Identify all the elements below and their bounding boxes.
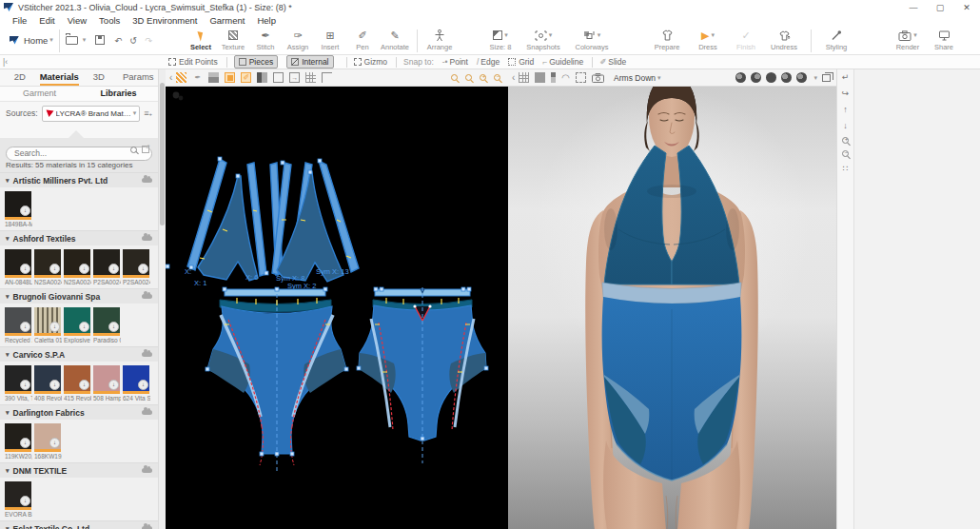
edit-points-toggle[interactable]: Edit Points (168, 57, 218, 67)
annotate-tool[interactable]: ✎ Annotate (379, 29, 411, 51)
insert-tool[interactable]: ⊞ Insert (314, 29, 346, 51)
piece-outline-icon[interactable] (273, 72, 284, 83)
material-swatch-caletta-01[interactable]: ↓Caletta 01 (34, 307, 62, 343)
texture-view-icon[interactable] (176, 72, 186, 83)
pressure-bar-icon[interactable] (551, 72, 556, 83)
avatar-3d-viewport[interactable] (508, 87, 836, 529)
redo-button[interactable]: ↷ (145, 29, 152, 51)
material-swatch-408-revol[interactable]: ↓408 Revol (34, 365, 62, 402)
arrange-tool[interactable]: Arrange (423, 29, 456, 51)
snap-guideline-toggle[interactable]: ⌐ Guideline (542, 57, 583, 67)
category-header-darlington-fabrics[interactable]: ▾Darlington Fabrics (0, 404, 158, 420)
avatar-view-left-icon[interactable] (781, 72, 792, 83)
grid-view-icon[interactable] (305, 72, 316, 83)
sidebar-subtab-garment[interactable]: Garment (0, 87, 79, 101)
category-header-artistic-milliners-pvt-ltd[interactable]: ▾Artistic Milliners Pvt. Ltd (0, 172, 158, 187)
material-swatch-390-vita-t[interactable]: ↓390 Vita, T (5, 365, 32, 402)
internal-toggle[interactable]: Internal (286, 55, 333, 69)
chevron-down-icon[interactable]: ▾ (813, 74, 817, 82)
undress-button[interactable]: Undress (763, 29, 805, 51)
snap-point-toggle[interactable]: -• Point (442, 57, 468, 67)
category-header-carvico-s-p-a[interactable]: ▾Carvico S.P.A (0, 346, 158, 362)
zoom-fit-icon[interactable] (465, 74, 472, 81)
dress-button[interactable]: ▶▾ Dress (687, 29, 729, 51)
home-menu[interactable]: Home ▾ (6, 29, 53, 51)
ruler-corner-icon[interactable] (322, 72, 332, 83)
source-dropdown[interactable]: LYCRA® Brand Materials Li... ▾ (42, 106, 141, 122)
menu-3d-environment[interactable]: 3D Environment (132, 15, 197, 26)
snapshot-frame-icon[interactable] (576, 72, 586, 83)
cup-pieces[interactable] (198, 172, 343, 282)
select-tool[interactable]: Select (185, 29, 217, 51)
close-button[interactable]: ✕ (953, 3, 980, 12)
maximize-button[interactable]: ▢ (927, 3, 953, 12)
material-swatch-508-hamp[interactable]: ↓508 Hamp (93, 365, 121, 402)
material-swatch-p2sa0024[interactable]: ↓P2SA0024 (93, 249, 121, 285)
render-button[interactable]: ▾ Render (888, 29, 928, 51)
prepare-button[interactable]: Prepare (647, 29, 687, 51)
material-swatch-an-0848l[interactable]: ↓AN-0848L- (5, 249, 32, 285)
image-view-icon[interactable] (208, 72, 219, 83)
material-swatch-p2sa0024[interactable]: ↓P2SA0024 (123, 249, 150, 285)
sidebar-subtab-libraries[interactable]: Libraries (79, 87, 158, 101)
minimize-button[interactable]: — (900, 3, 927, 12)
assign-tool[interactable]: ✑ Assign (282, 29, 314, 51)
avatar-view-front-icon[interactable] (735, 72, 746, 83)
colorways-button[interactable]: ▾ Colorways (567, 29, 617, 51)
material-swatch-119kw20[interactable]: ↓119KW20, (5, 423, 32, 460)
gizmo-toggle[interactable]: Gizmo (354, 57, 388, 67)
floor-grid-icon[interactable] (519, 72, 529, 83)
history-button[interactable]: ↺ (129, 29, 137, 51)
sidebar-tab-3d[interactable]: 3D (79, 69, 119, 86)
move-up-icon[interactable]: ↑ (843, 105, 848, 114)
open-file-button[interactable]: ▾ (66, 29, 87, 51)
menu-help[interactable]: Help (257, 15, 276, 26)
zoom-in-3d-icon[interactable]: + (842, 137, 849, 144)
menu-file[interactable]: File (12, 15, 27, 26)
piece-arrow-icon[interactable]: → (289, 72, 300, 83)
stitch-tool[interactable]: ✒ Stitch (249, 29, 282, 51)
avatar-view-back-icon[interactable] (766, 72, 776, 83)
save-button[interactable] (95, 29, 105, 51)
category-header-brugnoli-giovanni-spa[interactable]: ▾Brugnoli Giovanni Spa (0, 288, 158, 304)
sidebar-scrollbar[interactable] (158, 69, 166, 529)
styling-button[interactable]: Styling (817, 29, 855, 51)
pieces-toggle[interactable]: Pieces (234, 55, 279, 69)
snapshots-button[interactable]: ▾ Snapshots (519, 29, 567, 51)
texture-tool[interactable]: Texture (217, 29, 249, 51)
tension-arc-icon[interactable]: ◠ (561, 72, 570, 83)
slide-toggle[interactable]: ✐ Slide (599, 57, 626, 67)
material-swatch-168kw19[interactable]: ↓168KW19, (34, 423, 62, 460)
return-icon[interactable]: ↵ (842, 72, 850, 82)
front-piece[interactable] (206, 287, 348, 471)
material-swatch-paradiso-0[interactable]: ↓Paradiso 0 (93, 307, 121, 343)
internal-view-icon[interactable]: ✐ (241, 72, 251, 83)
category-header-eclat-textile-co-ltd[interactable]: ▾Eclat Textile Co. Ltd (0, 520, 158, 529)
search-icon[interactable] (130, 147, 137, 153)
shade-view-icon[interactable] (257, 72, 267, 83)
sidebar-tab-materials[interactable]: Materials (40, 69, 80, 86)
share-button[interactable]: Share (928, 29, 960, 51)
pen-tool[interactable]: ✐ Pen (346, 29, 379, 51)
move-down-icon[interactable]: ↓ (843, 121, 848, 130)
avatar-view-right-icon[interactable] (751, 72, 761, 83)
menu-garment[interactable]: Garment (209, 15, 245, 26)
pieces-view-icon[interactable] (225, 72, 235, 83)
avatar-zoom-icon[interactable] (796, 72, 807, 83)
collapse-left-icon[interactable]: |‹ (3, 57, 8, 67)
camera-3d-icon[interactable] (592, 69, 604, 87)
collapse-3d-toolbar-icon[interactable]: ‹ (512, 72, 515, 83)
background-icon[interactable] (535, 72, 545, 83)
external-link-icon[interactable] (142, 146, 149, 153)
scrollbar-thumb[interactable] (160, 83, 165, 225)
material-swatch-recycled-2[interactable]: ↓Recycled 2 (5, 307, 32, 343)
material-swatch-1849ba-m[interactable]: ↓1849BA-M (5, 191, 32, 227)
snap-edge-toggle[interactable]: / Edge (477, 57, 500, 67)
manage-sources-icon[interactable]: ≡+ (144, 108, 152, 118)
fit-view-icon[interactable]: ∷ (843, 164, 849, 173)
menu-edit[interactable]: Edit (39, 15, 54, 26)
category-header-ashford-textiles[interactable]: ▾Ashford Textiles (0, 230, 158, 245)
snap-grid-toggle[interactable]: Grid (508, 57, 534, 67)
finish-button[interactable]: ✓ Finish (729, 29, 763, 51)
material-swatch-624-vita-s[interactable]: ↓624 Vita S (123, 365, 150, 402)
